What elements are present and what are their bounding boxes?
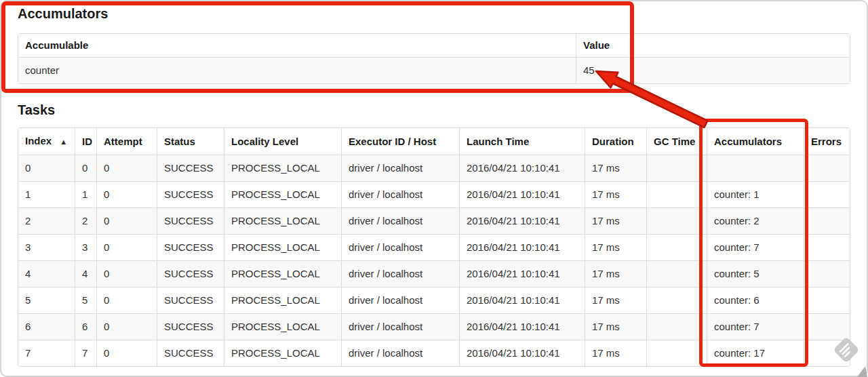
cell-duration: 17 ms <box>585 181 646 207</box>
cursor-artifact-icon <box>852 365 868 377</box>
cell-locality-level: PROCESS_LOCAL <box>224 313 341 340</box>
column-header-gc-time[interactable]: GC Time <box>646 128 707 155</box>
cell-errors <box>804 260 850 287</box>
spark-stage-page: Accumulators Accumulable Value counter 4… <box>0 0 868 377</box>
column-header-errors[interactable]: Errors <box>804 128 850 155</box>
column-header-accumulable: Accumulable <box>18 34 576 57</box>
cell-duration: 17 ms <box>585 234 646 260</box>
column-header-executor-host[interactable]: Executor ID / Host <box>341 128 459 155</box>
cell-id: 6 <box>75 313 96 340</box>
cell-gc-time <box>646 181 707 207</box>
cell-launch-time: 2016/04/21 10:10:41 <box>459 155 585 181</box>
column-header-status[interactable]: Status <box>157 128 224 155</box>
cell-index: 6 <box>18 313 75 340</box>
cell-attempt: 0 <box>96 181 157 207</box>
cell-gc-time <box>646 287 707 313</box>
cell-status: SUCCESS <box>157 313 224 340</box>
cell-duration: 17 ms <box>585 260 646 287</box>
cell-launch-time: 2016/04/21 10:10:41 <box>459 181 585 207</box>
cell-id: 3 <box>75 234 96 260</box>
cell-status: SUCCESS <box>157 181 224 207</box>
cell-attempt: 0 <box>96 313 157 340</box>
cell-errors <box>804 155 850 181</box>
cell-launch-time: 2016/04/21 10:10:41 <box>459 207 585 234</box>
cell-status: SUCCESS <box>157 340 224 366</box>
cell-attempt: 0 <box>96 287 157 313</box>
cell-locality-level: PROCESS_LOCAL <box>224 181 341 207</box>
cell-index: 5 <box>18 287 75 313</box>
tasks-section-title: Tasks <box>18 101 55 119</box>
cell-errors <box>804 234 850 260</box>
task-row: 3 3 0 SUCCESS PROCESS_LOCAL driver / loc… <box>18 234 850 260</box>
cell-id: 5 <box>75 287 96 313</box>
cell-accumulable-value: 45 <box>576 57 850 83</box>
task-row: 6 6 0 SUCCESS PROCESS_LOCAL driver / loc… <box>18 313 850 340</box>
cell-gc-time <box>646 313 707 340</box>
cell-locality-level: PROCESS_LOCAL <box>224 260 341 287</box>
cell-duration: 17 ms <box>585 287 646 313</box>
column-header-launch-time[interactable]: Launch Time <box>459 128 585 155</box>
cell-index: 4 <box>18 260 75 287</box>
column-header-duration[interactable]: Duration <box>585 128 646 155</box>
cell-locality-level: PROCESS_LOCAL <box>224 234 341 260</box>
cell-attempt: 0 <box>96 234 157 260</box>
cell-executor-host: driver / localhost <box>341 260 459 287</box>
task-row: 0 0 0 SUCCESS PROCESS_LOCAL driver / loc… <box>18 155 850 181</box>
accumulators-table: Accumulable Value counter 45 <box>18 33 850 84</box>
cell-launch-time: 2016/04/21 10:10:41 <box>459 234 585 260</box>
cell-id: 0 <box>75 155 96 181</box>
cell-locality-level: PROCESS_LOCAL <box>224 155 341 181</box>
column-header-attempt[interactable]: Attempt <box>96 128 157 155</box>
cell-index: 3 <box>18 234 75 260</box>
task-row: 7 7 0 SUCCESS PROCESS_LOCAL driver / loc… <box>18 340 850 366</box>
accumulators-section-title: Accumulators <box>18 5 108 22</box>
cell-status: SUCCESS <box>157 260 224 287</box>
cell-executor-host: driver / localhost <box>341 181 459 207</box>
cell-duration: 17 ms <box>585 340 646 366</box>
tasks-header-row: Index▲ ID Attempt Status Locality Level … <box>18 128 850 155</box>
cell-launch-time: 2016/04/21 10:10:41 <box>459 287 585 313</box>
cell-accumulators: counter: 7 <box>707 313 804 340</box>
cell-status: SUCCESS <box>157 287 224 313</box>
cell-duration: 17 ms <box>585 207 646 234</box>
cell-status: SUCCESS <box>157 234 224 260</box>
cell-gc-time <box>646 234 707 260</box>
accumulators-header-row: Accumulable Value <box>18 34 850 57</box>
cell-gc-time <box>646 155 707 181</box>
column-header-value: Value <box>576 34 850 57</box>
cell-attempt: 0 <box>96 340 157 366</box>
cell-locality-level: PROCESS_LOCAL <box>224 287 341 313</box>
cell-executor-host: driver / localhost <box>341 234 459 260</box>
cell-id: 2 <box>75 207 96 234</box>
cell-launch-time: 2016/04/21 10:10:41 <box>459 340 585 366</box>
cell-duration: 17 ms <box>585 313 646 340</box>
cell-errors <box>804 181 850 207</box>
task-row: 4 4 0 SUCCESS PROCESS_LOCAL driver / loc… <box>18 260 850 287</box>
cell-errors <box>804 287 850 313</box>
column-header-id[interactable]: ID <box>75 128 96 155</box>
cell-status: SUCCESS <box>157 155 224 181</box>
task-row: 2 2 0 SUCCESS PROCESS_LOCAL driver / loc… <box>18 207 850 234</box>
cell-id: 1 <box>75 181 96 207</box>
cell-accumulators: counter: 2 <box>707 207 804 234</box>
cell-launch-time: 2016/04/21 10:10:41 <box>459 260 585 287</box>
cell-accumulators <box>707 155 804 181</box>
cell-attempt: 0 <box>96 155 157 181</box>
cell-accumulators: counter: 7 <box>707 234 804 260</box>
cell-gc-time <box>646 260 707 287</box>
cell-errors <box>804 340 850 366</box>
cell-id: 7 <box>75 340 96 366</box>
cell-accumulators: counter: 6 <box>707 287 804 313</box>
column-header-locality-level[interactable]: Locality Level <box>224 128 341 155</box>
tasks-table: Index▲ ID Attempt Status Locality Level … <box>18 127 850 367</box>
cell-locality-level: PROCESS_LOCAL <box>224 207 341 234</box>
cell-accumulators: counter: 5 <box>707 260 804 287</box>
cell-id: 4 <box>75 260 96 287</box>
column-header-accumulators[interactable]: Accumulators <box>707 128 804 155</box>
cell-executor-host: driver / localhost <box>341 313 459 340</box>
column-header-index[interactable]: Index▲ <box>18 128 75 155</box>
cell-index: 7 <box>18 340 75 366</box>
cell-launch-time: 2016/04/21 10:10:41 <box>459 313 585 340</box>
cell-index: 1 <box>18 181 75 207</box>
cell-errors <box>804 207 850 234</box>
